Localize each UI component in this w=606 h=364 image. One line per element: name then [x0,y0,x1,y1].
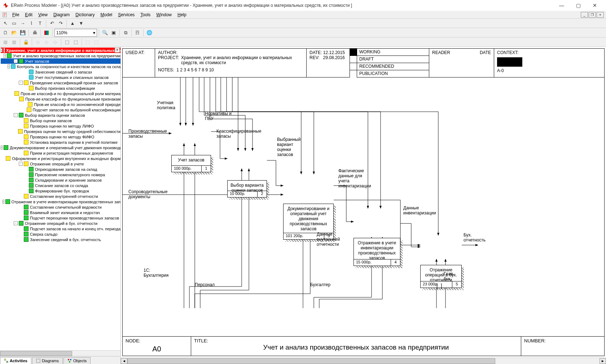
maximize-button[interactable]: ▢ [570,0,587,11]
tb3-5: ◇ [51,38,59,46]
tree-node-32[interactable]: Подсчет запасов на начало и конец отч. п… [1,226,120,231]
tb3-7[interactable]: ⬚ [72,38,80,46]
tree-node-20[interactable]: -Отражение операций в учете [1,161,120,167]
goto-child-tool[interactable]: ▼ [77,19,85,27]
tree-node-15[interactable]: Проверка оценки по методу ФИФО [1,134,120,139]
tree-node-10[interactable]: Подсчет запасов по выбранной классификац… [1,107,120,112]
new-button[interactable]: 🗋 [1,29,9,37]
menu-model[interactable]: Model [98,12,115,18]
mdi-minimize[interactable]: _ [581,12,588,18]
spell-button[interactable]: 🌐 [145,29,153,37]
print-button[interactable]: 🖶 [31,29,39,37]
menu-services[interactable]: Services [115,12,137,18]
tree-node-0[interactable]: -Учет и анализ производственных запасов … [1,53,120,58]
mdi-restore[interactable]: ❐ [589,12,596,18]
tree-node-18[interactable]: Прием и регистрация первичных документов [1,150,120,156]
tree-node-25[interactable]: Формирование бух. проводок [1,188,120,194]
close-button[interactable]: ✕ [587,0,603,11]
zoom-fit-button[interactable]: ▣ [110,29,118,37]
svg-point-6 [70,359,71,360]
menu-tools[interactable]: Tools [137,12,153,18]
tree-root[interactable]: -Хранение, учет и анализ информации о ма… [1,48,120,53]
tree-node-19[interactable]: Оформление и регистрация внутренних и вы… [1,156,120,161]
pointer-tool[interactable]: ↖ [1,19,9,27]
tree-node-22[interactable]: Присвоение номенклатурного номера [1,172,120,177]
text-tool[interactable]: T [36,19,44,27]
palette-button[interactable] [43,29,50,37]
tree-node-23[interactable]: Складирование и хранение запасов [1,177,120,183]
redo-tool[interactable]: ↷ [57,19,65,27]
tree-node-11[interactable]: -Выбор варианта оценки запасов [1,112,120,118]
model-explorer-button[interactable]: ⧉ [122,29,129,37]
minimize-button[interactable]: — [553,0,570,11]
zoom-select[interactable]: 110%▾ [54,29,97,37]
zoom-in-button[interactable]: 🔍 [101,29,109,37]
header-date: 12.12.2015 [323,50,345,55]
tree-node-4[interactable]: Учет поступивших и списанных запасов [1,75,120,80]
menu-window[interactable]: Window [153,12,175,18]
tree-node-1[interactable]: -Учет запасов [1,58,120,64]
tree-node-33[interactable]: Сверка сальдо [1,231,120,237]
tb3-lock: 🔒 [22,38,30,46]
tree-node-30[interactable]: Подсчет переоценки производственных запа… [1,215,120,221]
activity-tree[interactable]: -Хранение, учет и анализ информации о ма… [0,47,120,350]
mdi-close[interactable]: × [597,12,604,18]
menu-help[interactable]: Help [175,12,189,18]
doc-icon [2,12,8,18]
tree-node-17[interactable]: -Документирование и оперативный учет дви… [1,145,120,150]
svg-rect-3 [6,361,8,363]
svg-point-7 [69,361,70,363]
tree-node-27[interactable]: -Отражение в учете инвентаризации произв… [1,199,120,204]
footer-title: Учет и анализ производственных запасов н… [194,343,518,351]
arrow-tool[interactable]: → [19,19,27,27]
tree-node-3[interactable]: Занесение сведений о запасах [1,69,120,75]
menu-view[interactable]: View [35,12,50,18]
tab-diagrams[interactable]: Diagrams [32,357,63,364]
canvas-scrollbar[interactable]: ◄► [121,358,606,364]
save-button[interactable]: 💾 [19,29,27,37]
menu-file[interactable]: File [9,12,22,18]
tab-objects[interactable]: Objects [63,357,91,364]
tree-node-5[interactable]: -Проведение классификаций произв-ых запа… [1,80,120,85]
activity-box-4[interactable]: Отражение в учете инвентаризации произво… [354,238,400,266]
explorer-close[interactable]: × [115,48,120,53]
menubar: FileEditViewDiagramDictionaryModelServic… [0,11,606,19]
header-notes: 1 2 3 4 5 6 7 8 9 10 [176,67,214,72]
tree-node-6[interactable]: Выбор признака классификации [1,85,120,91]
tree-node-13[interactable]: Проверка оценки по методу ЛИФО [1,123,120,129]
tree-node-14[interactable]: Проверка оценки по методу средней себест… [1,129,120,134]
tree-node-26[interactable]: Составление внутренней отчетности [1,194,120,199]
menu-edit[interactable]: Edit [22,12,35,18]
tree-node-12[interactable]: Выбор оценки запасов [1,118,120,123]
context-thumbnail [497,57,522,67]
tb3-6[interactable]: ⬚ [63,38,71,46]
tree-node-24[interactable]: Списание запасов со склада [1,183,120,188]
tree-node-29[interactable]: Взаимный зачет излишков и недостач [1,210,120,215]
tree-node-2[interactable]: -Контроль за сохранностью и качеством за… [1,64,120,69]
undo-tool[interactable]: ↶ [48,19,56,27]
diagram-canvas[interactable]: USED AT: AUTHOR: PROJECT:Хранение, учет … [121,47,606,364]
goto-parent-tool[interactable]: ▲ [69,19,76,27]
tree-node-28[interactable]: Составление сличительной ведомости [1,204,120,210]
report-button[interactable]: ☶ [133,29,141,37]
footer-node: A0 [126,345,188,353]
activity-box-1[interactable]: Учет запасов100 000р.1 [171,155,211,172]
tree-node-31[interactable]: -Отражение операций в бух. отчетности [1,221,120,226]
tree-node-8[interactable]: Пров-ие классиф-и по функциональным приз… [1,96,120,102]
squiggle-tool[interactable]: ⌇ [27,19,35,27]
tree-node-34[interactable]: Занесение сведений в бух. отчетность [1,237,120,242]
menu-diagram[interactable]: Diagram [50,12,73,18]
tree-node-21[interactable]: Оприходование запасов на склад [1,167,120,172]
label-fact: Фактические данные для учета инвентариза… [338,168,371,188]
svg-point-5 [68,359,69,360]
menu-dictionary[interactable]: Dictionary [73,12,97,18]
open-button[interactable]: 📂 [10,29,18,37]
activity-tool[interactable]: ▭ [10,19,18,27]
tree-scrollbar[interactable] [0,350,120,356]
tb3-8: ⬚ [84,38,92,46]
tree-node-16[interactable]: Установка варианта оценки в учетной поли… [1,139,120,145]
tree-node-7[interactable]: Пров-ие классиф-и по функциональной роли… [1,91,120,96]
tab-activities[interactable]: Activities [0,357,31,364]
tree-node-9[interactable]: Пров-ие классиф-и по экономической приро… [1,102,120,107]
activity-box-2[interactable]: Выбор варианта оценки запасов10 000р.2 [227,180,267,197]
